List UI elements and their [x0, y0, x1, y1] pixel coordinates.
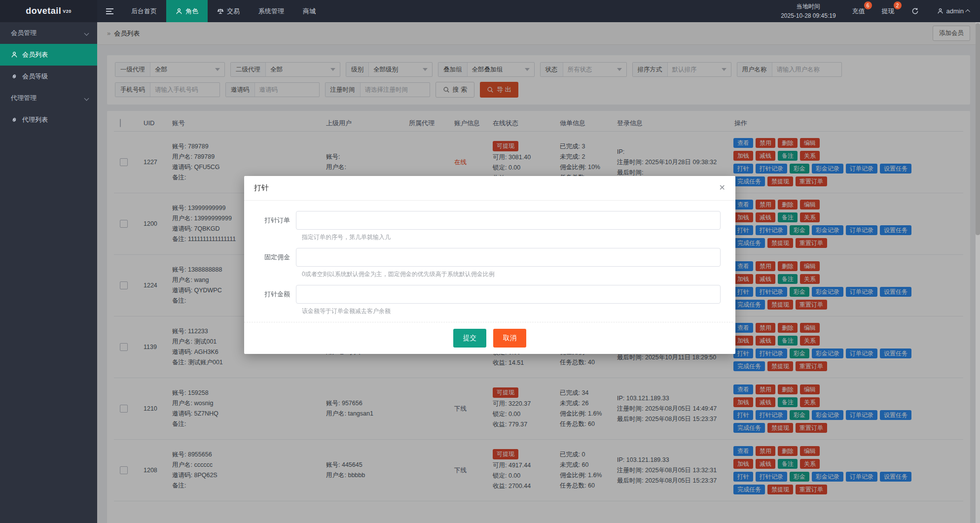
form-row: 固定佣金0或者空则以系统默认佣金为主，固定佣金的优先级高于系统默认佣金比例	[254, 248, 721, 279]
field-help-text: 指定订单的序号，第几单就输入几	[302, 233, 721, 242]
field-help-text: 该金额等于订单金额减去客户余额	[302, 307, 721, 315]
chevron-up-icon	[965, 9, 970, 14]
nav-item-4[interactable]: 商城	[293, 0, 325, 22]
page-scrollbar[interactable]	[976, 22, 980, 523]
nav-item-label: 交易	[227, 7, 240, 16]
nav-item-label: 角色	[185, 7, 198, 16]
field-help-text: 0或者空则以系统默认佣金为主，固定佣金的优先级高于系统默认佣金比例	[302, 270, 721, 279]
local-time-value: 2025-10-28 09:45:19	[781, 11, 835, 21]
sidebar-group-label: 代理管理	[11, 94, 36, 103]
sidebar-item-0-1[interactable]: 会员等级	[0, 66, 97, 87]
sidebar-item-0-0[interactable]: 会员列表	[0, 44, 97, 66]
person-icon	[176, 8, 182, 15]
nav-item-label: 商城	[303, 7, 316, 16]
person-icon	[937, 8, 944, 14]
form-row: 打针金额该金额等于订单金额减去客户余额	[254, 285, 721, 315]
chevron-down-icon	[84, 31, 89, 35]
sidebar-item-label: 会员等级	[22, 72, 48, 81]
submit-button[interactable]: 提交	[453, 329, 486, 348]
person-icon	[11, 51, 18, 58]
hamburger-menu-icon[interactable]	[97, 0, 122, 22]
withdraw-button[interactable]: 提现 2	[873, 0, 903, 22]
user-menu[interactable]: admin	[927, 0, 980, 22]
sidebar-item-1-0[interactable]: 代理列表	[0, 109, 97, 131]
field-label: 打针订单	[254, 216, 296, 225]
field-input-固定佣金[interactable]	[296, 248, 721, 267]
nav-item-1[interactable]: 角色	[166, 0, 208, 22]
recharge-badge: 6	[864, 1, 872, 9]
nav-item-2[interactable]: 交易	[208, 0, 249, 22]
sidebar-group-0[interactable]: 会员管理	[0, 22, 97, 44]
refresh-icon[interactable]	[903, 0, 927, 22]
link-icon	[11, 116, 18, 123]
field-label: 固定佣金	[254, 253, 296, 262]
scrollbar-thumb[interactable]	[976, 23, 980, 235]
link-icon	[11, 73, 18, 80]
chevron-down-icon	[84, 96, 89, 101]
sidebar-item-label: 代理列表	[22, 115, 48, 124]
field-label: 打针金额	[254, 290, 296, 299]
sidebar: 会员管理会员列表会员等级代理管理代理列表	[0, 22, 97, 523]
user-name: admin	[946, 7, 964, 15]
sidebar-item-label: 会员列表	[22, 50, 48, 59]
field-input-打针金额[interactable]	[296, 285, 721, 304]
local-time-label: 当地时间	[797, 2, 820, 11]
form-row: 打针订单指定订单的序号，第几单就输入几	[254, 211, 721, 242]
cancel-button[interactable]: 取消	[493, 329, 526, 348]
inject-dialog: 打针 ✕ 打针订单指定订单的序号，第几单就输入几固定佣金0或者空则以系统默认佣金…	[244, 176, 735, 354]
close-icon[interactable]: ✕	[719, 184, 726, 192]
sidebar-group-1[interactable]: 代理管理	[0, 87, 97, 109]
recharge-button[interactable]: 充值 6	[844, 0, 873, 22]
field-input-打针订单[interactable]	[296, 211, 721, 230]
nav-item-0[interactable]: 后台首页	[122, 0, 166, 22]
local-time: 当地时间 2025-10-28 09:45:19	[773, 0, 843, 22]
dialog-title: 打针	[254, 183, 269, 193]
nav-item-3[interactable]: 系统管理	[249, 0, 293, 22]
withdraw-badge: 2	[894, 1, 902, 9]
logo-text: dovetail	[26, 6, 61, 16]
app-logo: dovetail V20	[0, 0, 97, 22]
logo-version: V20	[63, 9, 72, 14]
sidebar-group-label: 会员管理	[11, 29, 36, 37]
nav-item-label: 系统管理	[258, 7, 284, 16]
scale-icon	[217, 8, 224, 15]
nav-item-label: 后台首页	[131, 7, 157, 16]
top-navbar: dovetail V20 后台首页角色交易系统管理商城 当地时间 2025-10…	[0, 0, 980, 22]
